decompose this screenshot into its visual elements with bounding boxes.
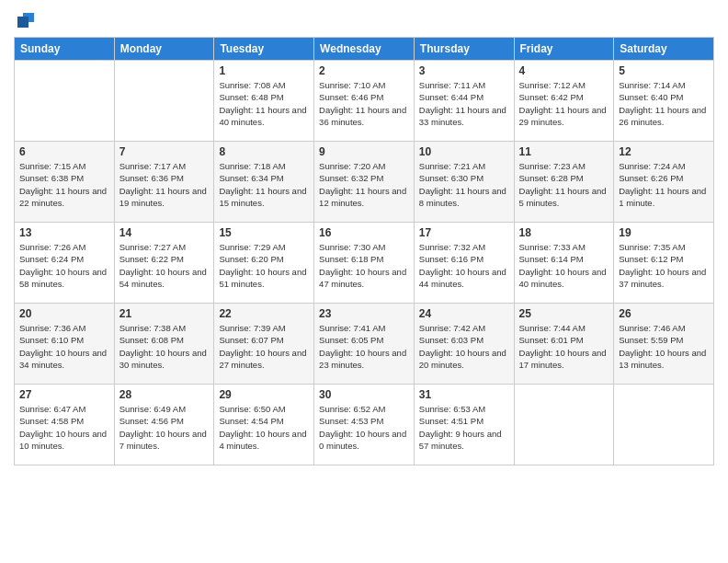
calendar-cell: 11Sunrise: 7:23 AM Sunset: 6:28 PM Dayli… [514,142,614,223]
day-info: Sunrise: 7:41 AM Sunset: 6:05 PM Dayligh… [319,322,409,371]
calendar-cell: 23Sunrise: 7:41 AM Sunset: 6:05 PM Dayli… [314,304,415,385]
day-number: 14 [119,226,210,239]
day-info: Sunrise: 6:52 AM Sunset: 4:53 PM Dayligh… [319,403,409,452]
week-row-4: 27Sunrise: 6:47 AM Sunset: 4:58 PM Dayli… [15,385,714,465]
calendar-cell: 6Sunrise: 7:15 AM Sunset: 6:38 PM Daylig… [15,142,115,223]
calendar-header-row: SundayMondayTuesdayWednesdayThursdayFrid… [15,38,714,61]
day-header-sunday: Sunday [15,38,115,61]
day-header-wednesday: Wednesday [314,38,415,61]
calendar-cell: 30Sunrise: 6:52 AM Sunset: 4:53 PM Dayli… [314,385,415,465]
calendar-cell: 13Sunrise: 7:26 AM Sunset: 6:24 PM Dayli… [15,223,115,304]
day-number: 21 [119,307,210,320]
calendar-cell: 7Sunrise: 7:17 AM Sunset: 6:36 PM Daylig… [114,142,214,223]
day-number: 5 [619,64,709,77]
calendar-cell: 10Sunrise: 7:21 AM Sunset: 6:30 PM Dayli… [414,142,514,223]
week-row-0: 1Sunrise: 7:08 AM Sunset: 6:48 PM Daylig… [15,61,714,142]
day-info: Sunrise: 6:50 AM Sunset: 4:54 PM Dayligh… [219,403,309,452]
day-info: Sunrise: 6:49 AM Sunset: 4:56 PM Dayligh… [119,403,210,452]
day-number: 7 [119,145,210,158]
day-info: Sunrise: 7:20 AM Sunset: 6:32 PM Dayligh… [319,160,409,209]
calendar-cell [614,385,714,465]
day-header-tuesday: Tuesday [214,38,314,61]
calendar-cell: 12Sunrise: 7:24 AM Sunset: 6:26 PM Dayli… [614,142,714,223]
day-header-thursday: Thursday [414,38,514,61]
day-info: Sunrise: 7:24 AM Sunset: 6:26 PM Dayligh… [619,160,709,209]
day-info: Sunrise: 7:14 AM Sunset: 6:40 PM Dayligh… [619,79,709,128]
day-info: Sunrise: 7:18 AM Sunset: 6:34 PM Dayligh… [219,160,309,209]
day-number: 23 [319,307,409,320]
day-number: 20 [19,307,109,320]
day-number: 17 [419,226,509,239]
calendar-cell: 31Sunrise: 6:53 AM Sunset: 4:51 PM Dayli… [414,385,514,465]
day-number: 30 [319,388,409,401]
day-number: 24 [419,307,509,320]
day-number: 26 [619,307,709,320]
day-info: Sunrise: 7:08 AM Sunset: 6:48 PM Dayligh… [219,79,309,128]
day-number: 15 [219,226,309,239]
calendar-cell: 21Sunrise: 7:38 AM Sunset: 6:08 PM Dayli… [114,304,214,385]
calendar-cell: 19Sunrise: 7:35 AM Sunset: 6:12 PM Dayli… [614,223,714,304]
logo-icon [16,9,36,29]
day-info: Sunrise: 7:29 AM Sunset: 6:20 PM Dayligh… [219,241,309,290]
header [14,9,714,29]
day-number: 9 [319,145,409,158]
day-info: Sunrise: 6:47 AM Sunset: 4:58 PM Dayligh… [19,403,109,452]
calendar-cell: 15Sunrise: 7:29 AM Sunset: 6:20 PM Dayli… [214,223,314,304]
day-number: 25 [519,307,609,320]
day-info: Sunrise: 7:42 AM Sunset: 6:03 PM Dayligh… [419,322,509,371]
day-info: Sunrise: 7:12 AM Sunset: 6:42 PM Dayligh… [519,79,609,128]
day-info: Sunrise: 7:17 AM Sunset: 6:36 PM Dayligh… [119,160,210,209]
day-number: 31 [419,388,509,401]
week-row-2: 13Sunrise: 7:26 AM Sunset: 6:24 PM Dayli… [15,223,714,304]
day-number: 22 [219,307,309,320]
day-number: 29 [219,388,309,401]
page: SundayMondayTuesdayWednesdayThursdayFrid… [0,0,728,563]
day-info: Sunrise: 7:11 AM Sunset: 6:44 PM Dayligh… [419,79,509,128]
day-number: 27 [19,388,109,401]
logo [14,9,36,29]
calendar-cell: 5Sunrise: 7:14 AM Sunset: 6:40 PM Daylig… [614,61,714,142]
day-info: Sunrise: 7:33 AM Sunset: 6:14 PM Dayligh… [519,241,609,290]
calendar-cell: 26Sunrise: 7:46 AM Sunset: 5:59 PM Dayli… [614,304,714,385]
day-number: 28 [119,388,210,401]
calendar-cell: 8Sunrise: 7:18 AM Sunset: 6:34 PM Daylig… [214,142,314,223]
day-number: 10 [419,145,509,158]
day-header-saturday: Saturday [614,38,714,61]
day-number: 8 [219,145,309,158]
day-number: 3 [419,64,509,77]
calendar-cell: 20Sunrise: 7:36 AM Sunset: 6:10 PM Dayli… [15,304,115,385]
svg-marker-1 [17,17,28,28]
calendar-cell: 17Sunrise: 7:32 AM Sunset: 6:16 PM Dayli… [414,223,514,304]
calendar-cell: 1Sunrise: 7:08 AM Sunset: 6:48 PM Daylig… [214,61,314,142]
calendar-cell: 9Sunrise: 7:20 AM Sunset: 6:32 PM Daylig… [314,142,415,223]
day-number: 6 [19,145,109,158]
day-info: Sunrise: 7:35 AM Sunset: 6:12 PM Dayligh… [619,241,709,290]
calendar-cell: 16Sunrise: 7:30 AM Sunset: 6:18 PM Dayli… [314,223,415,304]
day-info: Sunrise: 7:46 AM Sunset: 5:59 PM Dayligh… [619,322,709,371]
day-info: Sunrise: 7:23 AM Sunset: 6:28 PM Dayligh… [519,160,609,209]
day-info: Sunrise: 6:53 AM Sunset: 4:51 PM Dayligh… [419,403,509,452]
calendar-cell: 24Sunrise: 7:42 AM Sunset: 6:03 PM Dayli… [414,304,514,385]
day-info: Sunrise: 7:32 AM Sunset: 6:16 PM Dayligh… [419,241,509,290]
calendar-cell: 18Sunrise: 7:33 AM Sunset: 6:14 PM Dayli… [514,223,614,304]
day-info: Sunrise: 7:36 AM Sunset: 6:10 PM Dayligh… [19,322,109,371]
calendar-cell: 27Sunrise: 6:47 AM Sunset: 4:58 PM Dayli… [15,385,115,465]
calendar-cell: 4Sunrise: 7:12 AM Sunset: 6:42 PM Daylig… [514,61,614,142]
day-number: 2 [319,64,409,77]
calendar-cell: 2Sunrise: 7:10 AM Sunset: 6:46 PM Daylig… [314,61,415,142]
calendar-cell: 14Sunrise: 7:27 AM Sunset: 6:22 PM Dayli… [114,223,214,304]
calendar-cell: 28Sunrise: 6:49 AM Sunset: 4:56 PM Dayli… [114,385,214,465]
day-number: 18 [519,226,609,239]
calendar-cell: 29Sunrise: 6:50 AM Sunset: 4:54 PM Dayli… [214,385,314,465]
day-info: Sunrise: 7:39 AM Sunset: 6:07 PM Dayligh… [219,322,309,371]
day-info: Sunrise: 7:27 AM Sunset: 6:22 PM Dayligh… [119,241,210,290]
calendar-cell [514,385,614,465]
day-info: Sunrise: 7:26 AM Sunset: 6:24 PM Dayligh… [19,241,109,290]
day-number: 4 [519,64,609,77]
day-info: Sunrise: 7:44 AM Sunset: 6:01 PM Dayligh… [519,322,609,371]
calendar-cell: 22Sunrise: 7:39 AM Sunset: 6:07 PM Dayli… [214,304,314,385]
week-row-1: 6Sunrise: 7:15 AM Sunset: 6:38 PM Daylig… [15,142,714,223]
calendar-cell [15,61,115,142]
day-number: 13 [19,226,109,239]
day-number: 19 [619,226,709,239]
